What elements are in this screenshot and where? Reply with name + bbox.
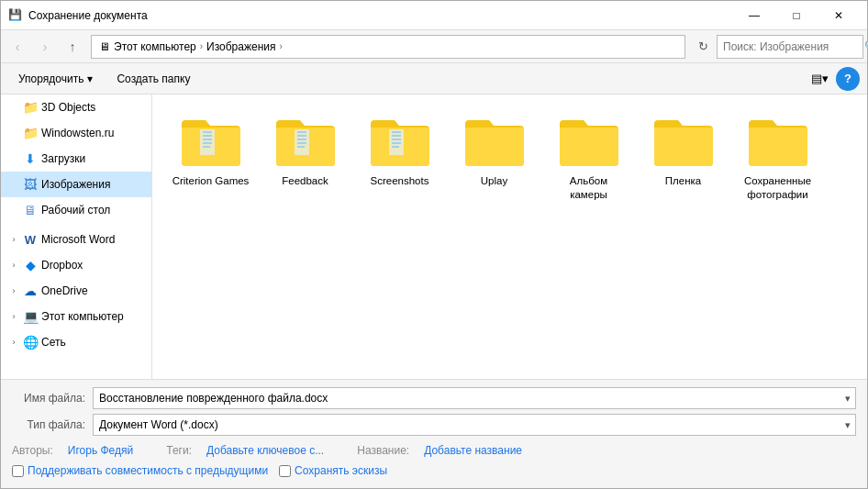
svg-rect-4 [203,142,212,144]
sidebar-item-network[interactable]: › 🌐 Сеть [1,329,151,355]
dropbox-icon: ◆ [23,258,38,272]
folder-plenka[interactable]: Пленка [640,106,727,208]
compat-label: Поддерживать совместимость с предыдущими [28,464,268,477]
network-icon: 🌐 [23,335,38,350]
view-icon: ▤ [811,72,822,85]
sidebar-item-3d-objects[interactable]: 📁 3D Objects [1,94,151,120]
view-arrow-icon: ▾ [822,72,829,85]
sidebar-item-dropbox[interactable]: › ◆ Dropbox [1,252,151,278]
compat-checkbox-wrap[interactable]: Поддерживать совместимость с предыдущими [12,464,268,477]
up-button[interactable]: ↑ [60,34,85,60]
tags-label: Теги: [166,444,192,457]
sidebar-item-desktop[interactable]: 🖥 Рабочий стол [1,197,151,223]
maximize-button[interactable]: □ [775,1,818,30]
search-input[interactable] [723,40,861,53]
address-bar[interactable]: 🖥 Этот компьютер › Изображения › [91,35,685,59]
svg-rect-10 [297,142,306,144]
sidebar-item-images[interactable]: 🖼 Изображения [1,172,151,197]
sidebar-item-this-computer[interactable]: › 💻 Этот компьютер [1,304,151,329]
nav-bar: ‹ › ↑ 🖥 Этот компьютер › Изображения › ↻… [1,30,867,63]
filetype-row: Тип файла: Документ Word (*.docx) [12,414,856,436]
expand-arrow-icon: › [8,311,19,322]
forward-button[interactable]: › [32,34,58,60]
filename-select-wrap [93,387,856,409]
folder-icon-container [367,112,433,171]
svg-rect-11 [297,146,305,148]
main-content: 📁 3D Objects 📁 Windowsten.ru ⬇ Загрузки … [1,94,867,379]
save-dialog-window: 💾 Сохранение документа — □ ✕ ‹ › ↑ 🖥 Это… [0,0,868,489]
folders-grid: Criterion Games [167,106,852,208]
window-title: Сохранение документа [28,9,728,22]
close-button[interactable]: ✕ [818,1,860,30]
view-button[interactable]: ▤ ▾ [807,67,832,91]
folder-albom-kamery[interactable]: Альбом камеры [545,106,632,208]
search-icon: 🔍 [864,39,868,53]
svg-rect-3 [203,139,212,140]
folder-screenshots[interactable]: Screenshots [356,106,443,208]
address-images: Изображения [206,40,275,53]
title-label: Название: [357,444,409,457]
tags-value[interactable]: Добавьте ключевое с... [206,444,324,457]
back-button[interactable]: ‹ [5,34,30,60]
folder-icon: 📁 [23,100,38,115]
filetype-label: Тип файла: [12,418,85,431]
folder-label: Альбом камеры [550,174,628,202]
expand-arrow-icon: › [8,234,19,245]
svg-rect-9 [297,139,306,140]
thumbnails-checkbox[interactable] [279,465,291,477]
help-button[interactable]: ? [836,67,860,91]
title-value[interactable]: Добавьте название [424,444,522,457]
desktop-icon: 🖥 [23,203,38,217]
folder-icon-container [556,112,622,171]
folder-icon-container [745,112,811,171]
expand-arrow-icon: › [8,337,19,348]
sidebar: 📁 3D Objects 📁 Windowsten.ru ⬇ Загрузки … [1,94,152,379]
thumbnails-label: Сохранять эскизы [295,464,387,477]
folder-label: Screenshots [371,174,429,188]
authors-label: Авторы: [12,444,53,457]
filename-input[interactable] [93,387,856,409]
svg-rect-14 [392,135,401,137]
folder-criterion-games[interactable]: Criterion Games [167,106,254,208]
thumbnails-checkbox-wrap[interactable]: Сохранять эскизы [279,464,387,477]
svg-rect-16 [392,142,401,144]
folder-label: Criterion Games [172,174,250,188]
folder-label: Feedback [282,174,328,188]
folder-icon-container [651,112,717,171]
folder-feedback[interactable]: Feedback [262,106,349,208]
meta-row: Авторы: Игорь Федяй Теги: Добавьте ключе… [12,440,856,461]
folder-sohranennye[interactable]: Сохраненные фотографии [734,106,821,208]
organize-arrow-icon: ▾ [87,72,93,85]
sidebar-item-downloads[interactable]: ⬇ Загрузки [1,146,151,172]
svg-rect-1 [203,131,212,133]
svg-rect-17 [392,146,399,148]
computer-icon: 💻 [23,309,38,324]
folder-icon-container [178,112,244,171]
sidebar-item-windowsten[interactable]: 📁 Windowsten.ru [1,120,151,146]
authors-value[interactable]: Игорь Федяй [68,444,133,457]
sidebar-item-onedrive[interactable]: › ☁ OneDrive [1,278,151,304]
title-bar: 💾 Сохранение документа — □ ✕ [1,1,867,30]
bottom-panel: Имя файла: Тип файла: Документ Word (*.d… [1,379,867,488]
address-computer: Этот компьютер [114,40,196,53]
actions-row: Поддерживать совместимость с предыдущими… [12,461,856,481]
svg-rect-5 [203,146,210,148]
address-icon: 🖥 [99,40,110,53]
svg-rect-2 [203,135,212,137]
search-box: 🔍 [717,35,863,59]
folder-label: Uplay [481,174,507,188]
refresh-button[interactable]: ↻ [691,35,715,59]
minimize-button[interactable]: — [733,1,775,30]
file-area: Criterion Games [152,94,867,379]
filetype-select-wrap: Документ Word (*.docx) [93,414,856,436]
new-folder-button[interactable]: Создать папку [106,67,200,91]
folder-icon-container [273,112,339,171]
organize-button[interactable]: Упорядочить ▾ [8,67,103,91]
sidebar-item-microsoft-word[interactable]: › W Microsoft Word [1,227,151,252]
folder-uplay[interactable]: Uplay [451,106,538,208]
filetype-select[interactable]: Документ Word (*.docx) [93,414,856,436]
window-controls: — □ ✕ [733,1,860,30]
compat-checkbox[interactable] [12,465,24,477]
svg-rect-15 [392,139,401,140]
folder-label: Сохраненные фотографии [739,174,817,202]
